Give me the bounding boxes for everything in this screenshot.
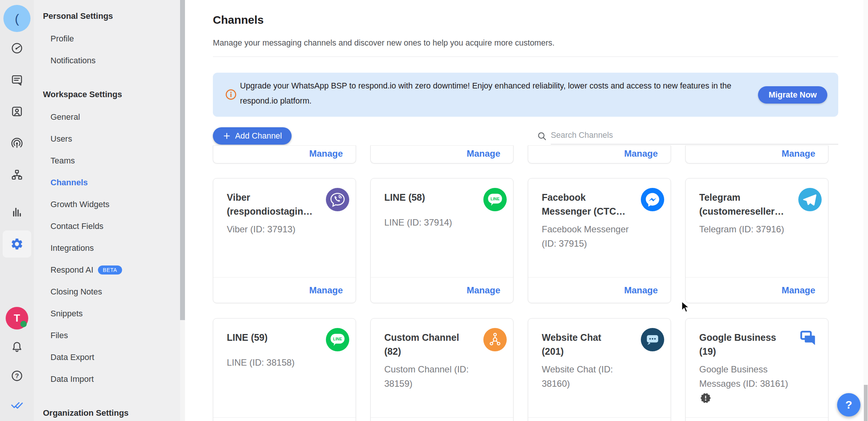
card-footer: Manage — [371, 277, 513, 303]
card-footer: Manage — [528, 277, 671, 303]
reports-icon[interactable] — [10, 205, 24, 219]
custom-channel-icon — [483, 328, 507, 352]
sidebar-item-label: Growth Widgets — [50, 200, 110, 209]
channel-card-partial: Manage — [528, 145, 671, 163]
sidebar-item-label: Data Import — [50, 374, 94, 384]
channel-card-title: Google Business(19) — [699, 328, 776, 358]
page-subtitle: Manage your messaging channels and disco… — [213, 38, 555, 48]
sidebar-item-label: Teams — [50, 156, 75, 166]
sidebar-scrollbar[interactable] — [180, 0, 185, 421]
channel-card-title: Website Chat(201) — [542, 328, 601, 358]
sidebar-item-notifications[interactable]: Notifications — [43, 50, 180, 72]
page-title: Channels — [213, 14, 264, 26]
channels-settings-page: ( T ? Personal SettingsProfileNotificati… — [0, 0, 868, 421]
sidebar-item-growth-widgets[interactable]: Growth Widgets — [43, 194, 180, 215]
sidebar-item-files[interactable]: Files — [43, 325, 180, 346]
card-header: LINE (59)LINE — [213, 319, 356, 352]
channel-card-line-59: LINE (59)LINELINE (ID: 38158)Manage — [213, 318, 356, 421]
card-footer: Manage — [528, 417, 671, 421]
notifications-bell-icon[interactable] — [10, 340, 24, 354]
sidebar-item-teams[interactable]: Teams — [43, 150, 180, 172]
icon-rail: ( T ? — [0, 0, 34, 421]
manage-link[interactable]: Manage — [624, 148, 658, 159]
sidebar-item-channels[interactable]: Channels — [43, 172, 180, 194]
workflows-icon[interactable] — [10, 168, 24, 182]
channel-card-subtitle: Telegram (ID: 37916) — [686, 218, 812, 236]
sidebar-heading-workspace-settings: Workspace Settings — [43, 90, 180, 99]
sidebar-item-label: Files — [50, 331, 68, 340]
sidebar-heading-personal-settings: Personal Settings — [43, 11, 180, 21]
sidebar-item-general[interactable]: General — [43, 106, 180, 128]
manage-link[interactable]: Manage — [782, 148, 815, 159]
sidebar-item-label: Snippets — [50, 309, 83, 319]
sidebar-item-snippets[interactable]: Snippets — [43, 303, 180, 325]
card-footer: Manage — [686, 417, 828, 421]
manage-link[interactable]: Manage — [309, 285, 343, 296]
channel-card-title: Custom Channel(82) — [384, 328, 459, 358]
manage-link[interactable]: Manage — [309, 148, 343, 159]
search-icon — [537, 131, 547, 141]
sidebar-item-label: Data Export — [50, 352, 94, 362]
line-icon: LINE — [326, 328, 350, 352]
channel-card-subtitle: LINE (ID: 38158) — [213, 352, 340, 370]
search-input[interactable] — [551, 127, 838, 145]
channel-card-title: Telegram(customereseller… — [699, 188, 784, 218]
contacts-icon[interactable] — [10, 105, 24, 118]
channel-card-custom-channel-82: Custom Channel(82)Custom Channel (ID: 38… — [370, 318, 513, 421]
settings-sidebar: Personal SettingsProfileNotificationsWor… — [34, 0, 180, 421]
manage-link[interactable]: Manage — [467, 148, 500, 159]
channel-card-line-58: LINE (58)LINELINE (ID: 37914)Manage — [370, 178, 513, 303]
manage-link[interactable]: Manage — [624, 285, 658, 296]
card-header: FacebookMessenger (CTC… — [528, 178, 671, 218]
messenger-icon — [640, 188, 665, 212]
beta-badge: BETA — [98, 265, 122, 275]
upgrade-banner: Upgrade your WhatsApp BSP to respond.io … — [213, 73, 838, 117]
sidebar-item-label: Integrations — [50, 243, 94, 253]
double-check-icon[interactable] — [10, 398, 24, 411]
info-icon — [225, 89, 237, 100]
broadcast-icon[interactable] — [10, 136, 24, 150]
card-header: Viber(respondiostagin… — [213, 178, 356, 218]
sidebar-item-users[interactable]: Users — [43, 128, 180, 150]
sidebar-item-integrations[interactable]: Integrations — [43, 237, 180, 259]
sidebar-item-closing-notes[interactable]: Closing Notes — [43, 281, 180, 303]
workspace-avatar[interactable]: ( — [3, 5, 31, 32]
online-status-dot — [20, 321, 27, 327]
messages-icon[interactable] — [10, 73, 24, 87]
dashboard-icon[interactable] — [10, 41, 24, 55]
sidebar-item-data-import[interactable]: Data Import — [43, 368, 180, 390]
channel-card-subtitle: LINE (ID: 37914) — [371, 212, 497, 230]
help-fab-button[interactable]: ? — [837, 393, 860, 416]
svg-text:LINE: LINE — [491, 197, 500, 201]
channel-card-title: FacebookMessenger (CTC… — [542, 188, 625, 218]
viber-icon — [326, 188, 350, 212]
card-footer: Manage — [371, 417, 513, 421]
sidebar-item-label: Closing Notes — [50, 287, 102, 297]
channel-card-telegram-customereseller: Telegram(customereseller…Telegram (ID: 3… — [685, 178, 828, 303]
card-footer: Manage — [213, 277, 356, 303]
page-scrollbar[interactable] — [863, 0, 868, 421]
plus-icon — [223, 132, 231, 140]
manage-link[interactable]: Manage — [782, 285, 815, 296]
channel-card-title: Viber(respondiostagin… — [227, 188, 313, 218]
migrate-now-button[interactable]: Migrate Now — [758, 86, 827, 104]
manage-link[interactable]: Manage — [467, 285, 500, 296]
sidebar-item-label: Respond AI — [50, 265, 93, 275]
sidebar-item-data-export[interactable]: Data Export — [43, 346, 180, 368]
help-circle-icon[interactable]: ? — [10, 369, 24, 383]
line-icon: LINE — [483, 188, 507, 212]
add-channel-button[interactable]: Add Channel — [213, 127, 292, 145]
channel-card-subtitle: Viber (ID: 37913) — [213, 218, 340, 236]
google-business-icon — [799, 329, 818, 348]
sidebar-item-label: Profile — [50, 34, 74, 44]
telegram-icon — [798, 188, 822, 212]
sidebar-item-profile[interactable]: Profile — [43, 28, 180, 50]
settings-gear-icon[interactable] — [10, 237, 24, 251]
page-scrollbar-thumb[interactable] — [864, 385, 868, 421]
sidebar-item-contact-fields[interactable]: Contact Fields — [43, 215, 180, 237]
website-chat-icon — [640, 328, 665, 352]
sidebar-item-respond-ai[interactable]: Respond AIBETA — [43, 259, 180, 281]
channel-card-subtitle: Google Business Messages (ID: 38161) — [686, 358, 812, 391]
sidebar-item-label: Notifications — [50, 56, 96, 66]
sidebar-scrollbar-thumb[interactable] — [180, 0, 185, 320]
